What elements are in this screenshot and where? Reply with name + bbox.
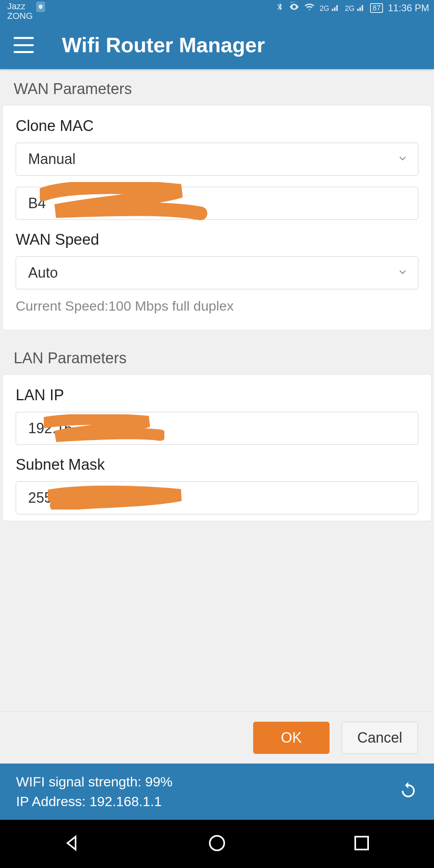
menu-icon[interactable]	[14, 37, 34, 53]
home-button[interactable]	[207, 833, 227, 854]
app-title: Wifi Router Manager	[62, 33, 265, 57]
clone-mac-select[interactable]: Manual	[16, 143, 418, 176]
carrier-labels: Jazz ZONG	[7, 2, 33, 21]
subnet-mask-value: 255	[28, 489, 52, 506]
carrier-2: ZONG	[7, 11, 33, 21]
clone-mac-label: Clone MAC	[16, 117, 418, 135]
carrier-1: Jazz	[7, 2, 33, 11]
svg-rect-1	[355, 837, 368, 850]
current-speed-text: Current Speed:100 Mbps full duplex	[16, 298, 418, 314]
screen: Jazz ZONG 2G 2G	[0, 0, 434, 868]
cancel-button[interactable]: Cancel	[342, 722, 418, 754]
wan-speed-select[interactable]: Auto	[16, 256, 418, 289]
svg-point-0	[210, 836, 224, 850]
ip-address-text: IP Address: 192.168.1.1	[16, 792, 172, 811]
wan-speed-value: Auto	[28, 264, 58, 281]
lan-card: LAN IP 192.16 Subnet Mask 255	[2, 374, 432, 521]
lan-ip-input[interactable]: 192.16	[16, 412, 418, 445]
android-nav-bar	[0, 820, 434, 868]
eye-icon	[289, 2, 299, 14]
subnet-mask-label: Subnet Mask	[16, 456, 418, 473]
clone-mac-value: B4	[28, 195, 46, 212]
clock: 11:36 PM	[388, 2, 429, 14]
wifi-signal-text: WIFI signal strength: 99%	[16, 772, 172, 792]
content[interactable]: WAN Parameters Clone MAC Manual B4 WAN S…	[0, 69, 434, 711]
signal-2: 2G	[345, 4, 365, 13]
back-button[interactable]	[63, 833, 82, 854]
clone-mac-select-value: Manual	[28, 151, 76, 168]
status-left: Jazz ZONG	[7, 2, 45, 21]
lan-ip-value: 192.16	[28, 420, 72, 437]
app-bar: Wifi Router Manager	[0, 21, 434, 69]
chevron-down-icon	[397, 151, 408, 168]
wifi-icon	[304, 2, 315, 14]
signal-1: 2G	[319, 4, 340, 13]
footer-status: WIFI signal strength: 99% IP Address: 19…	[0, 764, 434, 820]
lan-ip-label: LAN IP	[16, 387, 418, 404]
chevron-down-icon	[397, 264, 408, 281]
wan-card: Clone MAC Manual B4 WAN Speed Auto	[2, 105, 432, 330]
refresh-icon[interactable]	[399, 781, 418, 802]
footer-text: WIFI signal strength: 99% IP Address: 19…	[16, 772, 172, 812]
ok-button[interactable]: OK	[253, 722, 330, 754]
subnet-mask-input[interactable]: 255	[16, 481, 418, 514]
wan-section-title: WAN Parameters	[2, 69, 432, 105]
lan-section-title: LAN Parameters	[2, 338, 432, 374]
status-bar: Jazz ZONG 2G 2G	[0, 0, 434, 21]
battery-level: 87	[370, 3, 383, 13]
recent-apps-button[interactable]	[352, 833, 371, 854]
bluetooth-icon	[275, 2, 284, 14]
wan-speed-label: WAN Speed	[16, 231, 418, 248]
clone-mac-input[interactable]: B4	[16, 187, 418, 220]
action-bar: OK Cancel	[0, 711, 434, 764]
status-right: 2G 2G 87 11:36 PM	[275, 2, 429, 14]
shield-icon	[36, 2, 45, 12]
